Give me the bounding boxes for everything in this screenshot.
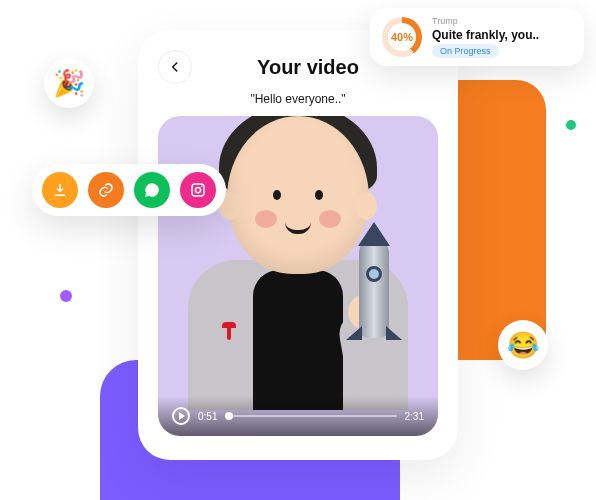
share-bar	[32, 164, 226, 216]
svg-point-1	[195, 187, 200, 192]
current-time: 0:51	[198, 411, 217, 422]
reaction-bubble-laugh[interactable]: 😂	[498, 320, 548, 370]
party-popper-icon: 🎉	[53, 68, 85, 99]
duration: 2:31	[405, 411, 424, 422]
seek-track[interactable]	[225, 415, 396, 417]
tesla-logo-icon	[222, 322, 236, 340]
back-button[interactable]	[158, 50, 192, 84]
avatar-character	[183, 116, 413, 410]
seek-knob[interactable]	[225, 412, 233, 420]
progress-ring: 40%	[382, 17, 422, 57]
download-button[interactable]	[42, 172, 78, 208]
share-chat-button[interactable]	[134, 172, 170, 208]
copy-link-button[interactable]	[88, 172, 124, 208]
rocket-icon	[350, 226, 398, 356]
progress-card[interactable]: 40% Trump Quite frankly, you.. On Progre…	[370, 8, 584, 66]
progress-percent: 40%	[391, 31, 413, 43]
avatar-head	[227, 116, 369, 274]
video-card: Your video "Hello everyone.."	[138, 30, 458, 460]
reaction-bubble-party[interactable]: 🎉	[44, 58, 94, 108]
decorative-purple-dot	[60, 290, 72, 302]
chevron-left-icon	[168, 60, 182, 74]
chat-bubble-icon	[143, 181, 161, 199]
instagram-icon	[189, 181, 207, 199]
svg-point-2	[201, 186, 203, 188]
avatar-body	[188, 260, 408, 410]
video-controls: 0:51 2:31	[158, 396, 438, 436]
status-badge: On Progress	[432, 44, 499, 58]
laugh-emoji-icon: 😂	[507, 330, 539, 361]
video-caption: "Hello everyone.."	[158, 92, 438, 106]
decorative-green-dot	[566, 120, 576, 130]
link-icon	[97, 181, 115, 199]
play-button[interactable]	[172, 407, 190, 425]
download-icon	[51, 181, 69, 199]
progress-subtitle: Trump	[432, 16, 539, 26]
avatar-shirt	[253, 270, 343, 410]
progress-title: Quite frankly, you..	[432, 28, 539, 42]
share-instagram-button[interactable]	[180, 172, 216, 208]
progress-info: Trump Quite frankly, you.. On Progress	[432, 16, 539, 58]
